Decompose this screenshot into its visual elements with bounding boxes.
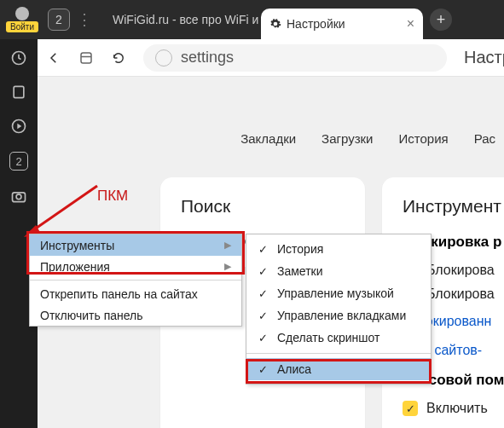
tools-card-title: Инструмент <box>403 196 504 217</box>
avatar-icon <box>15 7 29 20</box>
active-tab-title: Настройки <box>287 17 345 31</box>
check-icon: ✓ <box>257 287 269 300</box>
check-icon: ✓ <box>257 243 269 256</box>
gear-icon <box>269 18 281 30</box>
address-text: settings <box>181 49 234 67</box>
checkbox-row[interactable]: ✓Включить <box>403 401 504 416</box>
settings-tabs: Закладки Загрузки История Рас <box>38 131 504 153</box>
browser-chrome: Войти 2 ⋮ WiFiGid.ru - все про WiFi и На… <box>0 0 504 39</box>
vertical-dots-icon[interactable]: ⋮ <box>77 10 92 29</box>
search-card-title: Поиск <box>181 196 345 217</box>
background-tab[interactable]: WiFiGid.ru - все про WiFi и <box>99 4 261 35</box>
submenu-notes[interactable]: ✓Заметки <box>246 260 431 282</box>
svg-point-5 <box>16 194 21 200</box>
login-button[interactable]: Войти <box>6 21 38 32</box>
tab-ext[interactable]: Рас <box>474 131 495 153</box>
menu-disable-label: Отключить панель <box>40 309 143 322</box>
active-tab[interactable]: Настройки × <box>261 9 423 39</box>
menu-apps[interactable]: Приложения ▶ <box>30 256 241 277</box>
menu-unpin-label: Открепить панель на сайтах <box>40 287 198 301</box>
submenu-label: Сделать скриншот <box>277 331 379 344</box>
close-icon[interactable]: × <box>407 16 414 32</box>
submenu-alice[interactable]: ✓Алиса <box>246 358 431 380</box>
submenu-history[interactable]: ✓История <box>246 238 431 260</box>
row-label: Включить <box>426 401 488 416</box>
url-bar: settings Настро <box>38 39 504 77</box>
annotation-rmb-label: ПКМ <box>97 188 128 205</box>
submenu-screenshot[interactable]: ✓Сделать скриншот <box>246 327 431 349</box>
chevron-right-icon: ▶ <box>224 261 231 272</box>
tab-bookmarks[interactable]: Закладки <box>240 131 296 153</box>
checkbox-icon: ✓ <box>403 401 418 416</box>
check-icon: ✓ <box>257 309 269 322</box>
menu-separator <box>246 353 431 354</box>
menu-disable[interactable]: Отключить панель <box>30 304 241 326</box>
row-label: Блокирова <box>426 286 495 302</box>
menu-tools-label: Инструменты <box>40 239 114 252</box>
bookmark-icon[interactable] <box>10 84 27 101</box>
check-icon: ✓ <box>257 265 269 278</box>
page-heading-partial: Настро <box>464 48 504 67</box>
tabs-box-icon[interactable]: 2 <box>9 152 28 171</box>
check-icon: ✓ <box>257 363 269 376</box>
menu-tools[interactable]: Инструменты ▶ <box>30 234 241 256</box>
play-icon[interactable] <box>10 118 27 135</box>
tools-submenu: ✓История ✓Заметки ✓Управление музыкой ✓У… <box>246 234 432 385</box>
submenu-music[interactable]: ✓Управление музыкой <box>246 282 431 304</box>
background-tab-title: WiFiGid.ru - все про WiFi и <box>113 13 258 26</box>
svg-rect-2 <box>14 86 24 97</box>
address-bar[interactable]: settings <box>143 44 447 72</box>
svg-rect-6 <box>81 53 91 63</box>
submenu-label: Управление вкладками <box>277 309 406 322</box>
menu-apps-label: Приложения <box>40 260 110 274</box>
menu-icon[interactable] <box>78 50 94 66</box>
row-label: Блокирова <box>426 263 495 278</box>
tab-downloads[interactable]: Загрузки <box>322 131 373 153</box>
menu-separator <box>30 280 241 281</box>
submenu-label: Заметки <box>277 264 323 278</box>
submenu-tabs[interactable]: ✓Управление вкладками <box>246 304 431 327</box>
camera-icon[interactable] <box>10 188 27 205</box>
submenu-label: Управление музыкой <box>277 286 394 300</box>
side-panel-context-menu: Инструменты ▶ Приложения ▶ Открепить пан… <box>29 234 242 327</box>
user-column: Войти <box>0 0 44 39</box>
chevron-right-icon: ▶ <box>224 240 231 251</box>
tab-history[interactable]: История <box>398 131 448 153</box>
site-identity-icon <box>155 49 172 67</box>
submenu-label: История <box>277 242 323 256</box>
reload-icon[interactable] <box>111 50 126 66</box>
open-tabs-counter[interactable]: 2 <box>48 9 70 31</box>
check-icon: ✓ <box>257 332 269 344</box>
submenu-label: Алиса <box>277 362 311 376</box>
back-icon[interactable] <box>46 50 61 66</box>
menu-unpin[interactable]: Открепить панель на сайтах <box>30 283 241 304</box>
history-icon[interactable] <box>10 49 27 67</box>
new-tab-button[interactable]: + <box>430 9 452 31</box>
